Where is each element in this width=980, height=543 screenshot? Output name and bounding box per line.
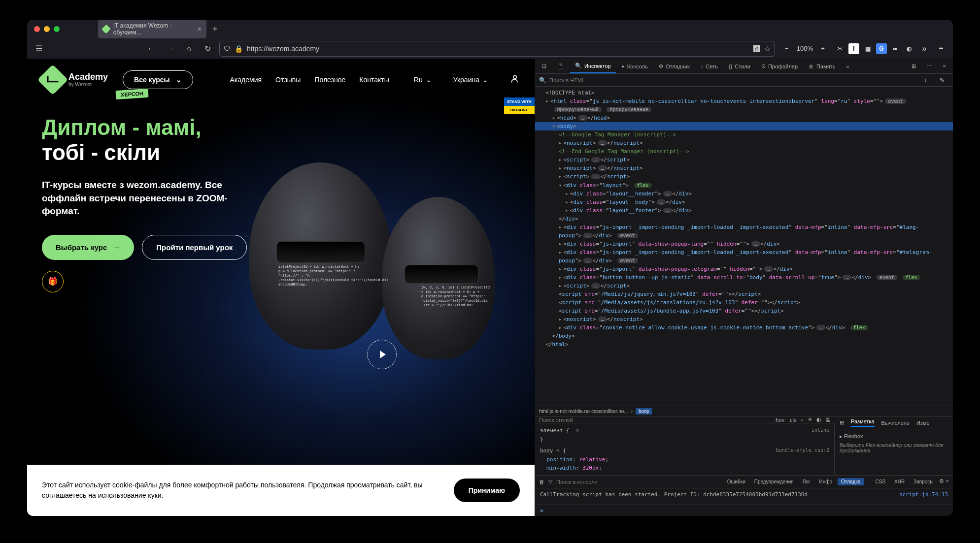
url-bar[interactable]: 🛡 🔒 https://wezom.academy 🅰 ☆ <box>219 41 775 57</box>
warnings-filter[interactable]: Предупреждения <box>751 478 797 485</box>
dom-node[interactable]: <!DOCTYPE html> <box>535 89 953 97</box>
close-devtools-button[interactable]: × <box>938 63 951 69</box>
new-tab-button[interactable]: + <box>212 24 218 34</box>
zoom-out-button[interactable]: − <box>780 42 794 56</box>
extension-icon[interactable]: I <box>848 43 859 54</box>
console-source-link[interactable]: script.js:74:13 <box>899 491 948 498</box>
dom-node[interactable]: ▸<div class="layout__footer">…</div> <box>535 206 953 215</box>
dom-node[interactable]: ▸<script>…</script> <box>535 156 953 164</box>
hov-toggle[interactable]: :hov <box>774 417 784 423</box>
more-tabs-button[interactable]: » <box>841 59 854 73</box>
play-video-button[interactable] <box>367 340 397 369</box>
print-icon[interactable]: 🖶 <box>825 417 831 423</box>
nav-link[interactable]: Контакты <box>359 76 389 84</box>
computed-tab[interactable]: Вычислено <box>881 420 910 426</box>
dom-node[interactable]: ▸<div class="cookie-notice allow-cookie-… <box>535 323 953 332</box>
stand-with-ukraine-badge[interactable]: STAND WITH UKRAINE <box>504 97 535 114</box>
accept-cookies-button[interactable]: Принимаю <box>454 479 520 502</box>
breadcrumbs[interactable]: html.js.is-not-mobile.no-cssscrollbar.no… <box>535 406 953 416</box>
dom-node[interactable]: ▸<script>…</script> <box>535 282 953 290</box>
extension-icon[interactable]: ✂ <box>835 43 845 54</box>
nav-link[interactable]: Отзывы <box>275 76 301 84</box>
dom-node[interactable]: <script src="/Media/js/jquery.min.js?v=1… <box>535 290 953 298</box>
dom-node[interactable]: ▸<noscript>…</noscript> <box>535 139 953 147</box>
xhr-filter[interactable]: XHR <box>891 478 908 485</box>
dom-node[interactable]: <script src="/Media/assets/js/translatio… <box>535 298 953 307</box>
styles-tab[interactable]: {} Стили <box>724 59 755 73</box>
overflow-button[interactable]: » <box>917 42 931 56</box>
debug-filter[interactable]: Отладка <box>838 478 864 485</box>
requests-filter[interactable]: Запросы <box>910 478 937 485</box>
debugger-tab[interactable]: ⊘ Отладчик <box>654 59 695 73</box>
close-window-button[interactable] <box>34 26 40 32</box>
dom-node[interactable]: ▸<div class="js-import _import-pending _… <box>535 223 953 231</box>
nav-link[interactable]: Академия <box>230 76 262 84</box>
translate-icon[interactable]: 🅰 <box>753 45 760 53</box>
console-search-input[interactable] <box>556 479 615 485</box>
user-icon[interactable] <box>510 74 520 86</box>
dom-node[interactable]: ▸<noscript>…</noscript> <box>535 164 953 172</box>
profiler-tab[interactable]: ⊙ Профайлер <box>756 59 803 73</box>
gift-button[interactable]: 🎁 <box>42 271 64 292</box>
extension-icon[interactable]: ∞ <box>890 43 901 54</box>
dom-node[interactable]: ▸<div class="layout__body">…</div> <box>535 198 953 206</box>
dom-node[interactable]: </div> <box>535 215 953 223</box>
dom-node[interactable]: ▸<div class="layout__header">…</div> <box>535 190 953 198</box>
dom-node[interactable]: ▾<body> <box>535 122 953 130</box>
nav-link[interactable]: Полезное <box>314 76 345 84</box>
html-search-input[interactable] <box>549 77 915 83</box>
maximize-window-button[interactable] <box>54 26 60 32</box>
all-courses-button[interactable]: Все курсы ⌄ <box>123 70 193 89</box>
sidebar-toggle-button[interactable]: ☰ <box>32 42 46 56</box>
eyedropper-button[interactable]: ✎ <box>935 73 949 87</box>
menu-button[interactable]: ≡ <box>934 42 948 56</box>
add-rule-button[interactable]: + <box>801 417 804 423</box>
trash-icon[interactable]: 🗑 <box>539 479 544 485</box>
dom-node[interactable]: ▸<div class="js-import" data-show-popup-… <box>535 265 953 273</box>
styles-filter-input[interactable] <box>539 417 770 423</box>
dom-node[interactable]: ▸<noscript>…</noscript> <box>535 315 953 323</box>
iframe-selector-button[interactable]: ⊞ <box>907 63 921 69</box>
devtools-settings-button[interactable]: ⋯ <box>922 63 937 69</box>
responsive-mode-button[interactable]: 📱 <box>552 59 569 73</box>
inspector-tab[interactable]: 🔍 Инспектор <box>570 59 616 73</box>
close-split-console-button[interactable]: × <box>946 478 949 485</box>
country-selector[interactable]: Украина ⌄ <box>453 76 488 84</box>
dom-node[interactable]: ▸<div class="button button--up js-static… <box>535 273 953 282</box>
console-prompt[interactable]: » <box>535 505 953 516</box>
close-tab-button[interactable]: × <box>198 25 202 33</box>
flexbox-section-title[interactable]: ▸ Flexbox <box>840 433 948 440</box>
add-node-button[interactable]: + <box>918 73 932 87</box>
layout-tab[interactable]: Разметка <box>851 418 875 427</box>
first-lesson-button[interactable]: Пройти первый урок <box>142 235 247 260</box>
info-filter[interactable]: Инфо <box>816 478 836 485</box>
log-filter[interactable]: Лог <box>799 478 814 485</box>
reload-button[interactable]: ↻ <box>201 42 214 56</box>
back-button[interactable]: ← <box>144 42 158 56</box>
dom-node[interactable]: ▸<head>…</head> <box>535 114 953 122</box>
changes-tab[interactable]: Изме <box>916 420 930 426</box>
home-button[interactable]: ⌂ <box>182 42 196 56</box>
dom-node[interactable]: popup">…</div> event <box>535 231 953 240</box>
forward-button[interactable]: → <box>163 42 177 56</box>
memory-tab[interactable]: 🗎 Память <box>804 59 840 73</box>
cls-toggle[interactable]: .cls <box>788 417 797 423</box>
dom-node[interactable]: ▸<script>…</script> <box>535 172 953 181</box>
console-output[interactable]: CallTracking script has been started. Pr… <box>535 488 953 505</box>
network-tab[interactable]: ↕ Сеть <box>696 59 723 73</box>
dom-node[interactable]: ▾<div class="layout"> flex <box>535 181 953 190</box>
element-picker-button[interactable]: ⊡ <box>537 59 551 73</box>
dom-node[interactable]: popup">…</div> event <box>535 256 953 265</box>
css-filter[interactable]: CSS <box>872 478 889 485</box>
dom-node[interactable]: <!--Google Tag Manager (noscript)--> <box>535 130 953 139</box>
dom-node[interactable]: </html> <box>535 340 953 349</box>
light-mode-icon[interactable]: ☀ <box>808 416 812 423</box>
browser-tab[interactable]: IT академия Wezom - обучаем... × <box>98 20 206 39</box>
language-selector[interactable]: Ru ⌄ <box>414 76 432 84</box>
choose-course-button[interactable]: Выбрать курс → <box>42 235 134 260</box>
dom-node[interactable]: ▸<div class="js-import _import-pending _… <box>535 248 953 256</box>
boxmodel-icon[interactable]: ⊞ <box>840 419 844 426</box>
extension-icon[interactable]: ◐ <box>904 43 914 54</box>
logo[interactable]: Academy by Wezom <box>42 69 108 91</box>
dom-node[interactable]: <script src="/Media/assets/js/bundle-app… <box>535 307 953 315</box>
